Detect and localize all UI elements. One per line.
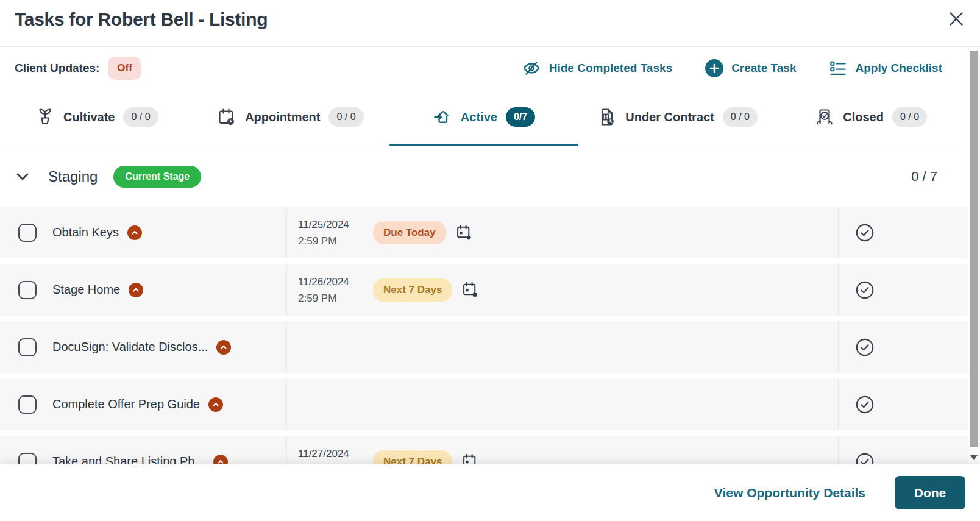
plus-circle-icon [705, 59, 723, 77]
reschedule-calendar-icon[interactable] [462, 453, 478, 464]
task-checkbox[interactable] [18, 395, 37, 414]
hide-completed-tasks-label: Hide Completed Tasks [549, 62, 672, 75]
tab-count-badge: 0 / 0 [328, 107, 363, 127]
task-cell-title: Obtain Keys [0, 207, 286, 258]
task-row: Complete Offer Prep Guide [0, 378, 980, 430]
tab-appointment[interactable]: Appointment 0 / 0 [194, 88, 388, 146]
due-status-badge: Next 7 Days [373, 278, 452, 302]
collapse-stage-button[interactable] [13, 168, 32, 186]
tab-label: Cultivate [63, 110, 115, 124]
task-datetime: 11/25/2024 2:59 PM [298, 216, 368, 249]
client-updates-status-badge[interactable]: Off [108, 57, 141, 80]
task-cell-complete [838, 321, 980, 373]
view-opportunity-details-link[interactable]: View Opportunity Details [714, 486, 865, 500]
priority-high-icon [129, 283, 143, 297]
task-cell-due [286, 321, 838, 373]
tab-label: Appointment [245, 110, 320, 124]
task-title[interactable]: Obtain Keys [52, 225, 119, 239]
tab-count-badge: 0 / 0 [892, 107, 927, 127]
scrollbar[interactable] [968, 48, 980, 464]
modal-header: Tasks for Robert Bell - Listing [0, 0, 980, 47]
task-cell-complete [838, 207, 980, 258]
task-row: Obtain Keys 11/25/2024 2:59 PM Due Today [0, 207, 980, 258]
due-status-badge: Due Today [373, 221, 446, 244]
task-checkbox[interactable] [18, 453, 37, 465]
task-title[interactable]: Complete Offer Prep Guide [52, 397, 200, 411]
task-cell-due: 11/26/2024 2:59 PM Next 7 Days [286, 264, 838, 316]
client-updates-label: Client Updates: [15, 62, 99, 75]
calendar-star-icon [217, 107, 236, 127]
task-title[interactable]: Stage Home [52, 283, 120, 297]
task-checkbox[interactable] [18, 338, 37, 356]
task-cell-complete [838, 378, 980, 430]
tab-cultivate[interactable]: Cultivate 0 / 0 [0, 88, 194, 146]
task-cell-title: DocuSign: Validate Disclos... [0, 321, 286, 373]
priority-high-icon [216, 340, 231, 355]
reschedule-calendar-icon[interactable] [462, 282, 478, 298]
toolbar: Client Updates: Off Hide Completed Tasks… [0, 48, 968, 88]
stage-progress-count: 0 / 7 [911, 169, 937, 185]
tab-count-badge: 0 / 0 [723, 107, 758, 127]
task-cell-title: Take and Share Listing Ph... [0, 436, 286, 464]
eye-off-icon [522, 58, 541, 78]
stage-tabs: Cultivate 0 / 0 Appointment 0 / 0 Active [0, 88, 968, 146]
priority-high-icon [213, 455, 228, 465]
tab-count-badge: 0 / 0 [123, 107, 158, 127]
scrollbar-down-arrow-icon[interactable] [970, 455, 978, 460]
client-updates: Client Updates: Off [15, 57, 141, 80]
task-title[interactable]: Take and Share Listing Ph... [52, 455, 205, 464]
current-stage-badge: Current Stage [113, 166, 201, 188]
document-check-icon [815, 107, 834, 127]
task-cell-due: 11/25/2024 2:59 PM Due Today [286, 207, 838, 258]
task-row: Take and Share Listing Ph... 11/27/2024 … [0, 436, 980, 464]
hide-completed-tasks-button[interactable]: Hide Completed Tasks [522, 58, 672, 78]
stage-name: Staging [48, 168, 98, 185]
task-date: 11/27/2024 [298, 445, 368, 462]
checklist-icon [829, 59, 847, 77]
reschedule-calendar-icon[interactable] [456, 224, 472, 241]
task-datetime: 11/26/2024 2:59 PM [298, 274, 368, 307]
mark-complete-button[interactable] [855, 452, 875, 465]
tab-label: Closed [843, 110, 884, 124]
task-cell-due: 11/27/2024 Next 7 Days [286, 436, 838, 464]
close-button[interactable] [946, 9, 967, 29]
apply-checklist-button[interactable]: Apply Checklist [829, 59, 942, 77]
task-cell-complete [838, 436, 980, 464]
task-date: 11/26/2024 [298, 274, 368, 290]
tab-active[interactable]: Active 0/7 [387, 88, 581, 146]
priority-high-icon [127, 225, 142, 240]
priority-high-icon [208, 397, 223, 412]
mark-complete-button[interactable] [855, 338, 875, 357]
apply-checklist-label: Apply Checklist [855, 62, 942, 75]
task-row: Stage Home 11/26/2024 2:59 PM Next 7 Day… [0, 264, 980, 316]
done-button[interactable]: Done [895, 476, 965, 509]
task-cell-title: Stage Home [0, 264, 286, 316]
task-row: DocuSign: Validate Disclos... [0, 321, 980, 373]
tab-label: Active [461, 110, 497, 124]
create-task-button[interactable]: Create Task [705, 59, 796, 77]
tab-closed[interactable]: Closed 0 / 0 [774, 88, 968, 146]
due-status-badge: Next 7 Days [373, 450, 452, 465]
mark-complete-button[interactable] [855, 280, 875, 300]
scrollbar-thumb[interactable] [970, 51, 978, 447]
task-time: 2:59 PM [298, 290, 368, 307]
create-task-label: Create Task [731, 62, 796, 75]
task-cell-complete [838, 264, 980, 316]
toolbar-actions: Hide Completed Tasks Create Task Apply C… [522, 58, 942, 78]
task-checkbox[interactable] [18, 224, 37, 242]
task-datetime: 11/27/2024 [298, 445, 368, 465]
page-title: Tasks for Robert Bell - Listing [15, 9, 268, 30]
task-list: Obtain Keys 11/25/2024 2:59 PM Due Today [0, 207, 980, 464]
tab-under-contract[interactable]: $ Under Contract 0 / 0 [581, 88, 775, 146]
task-date: 11/25/2024 [298, 216, 368, 233]
mark-complete-button[interactable] [855, 395, 875, 414]
task-time: 2:59 PM [298, 233, 368, 249]
tab-count-badge: 0/7 [506, 107, 535, 127]
mark-complete-button[interactable] [855, 223, 875, 243]
svg-text:$: $ [605, 113, 608, 120]
task-checkbox[interactable] [18, 281, 37, 299]
task-title[interactable]: DocuSign: Validate Disclos... [52, 340, 208, 354]
close-icon [946, 9, 967, 29]
chevron-down-icon [13, 168, 32, 186]
task-cell-title: Complete Offer Prep Guide [0, 378, 286, 430]
